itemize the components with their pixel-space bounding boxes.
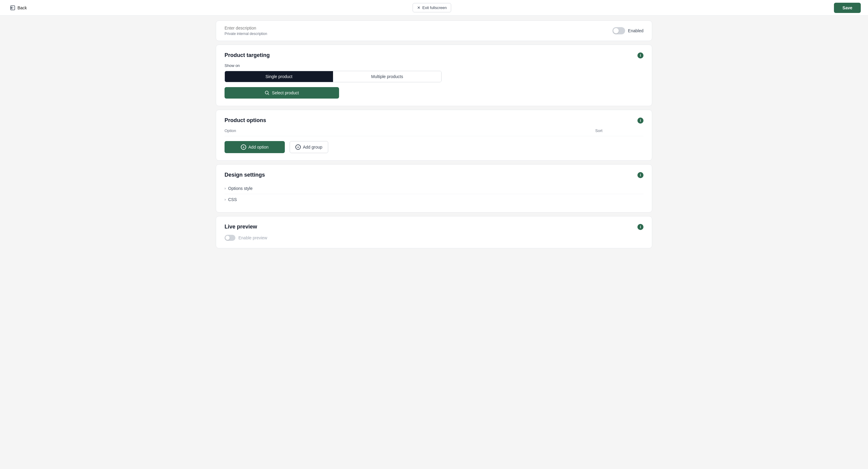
add-option-icon: + [241,145,246,150]
enabled-toggle[interactable] [613,27,625,34]
single-product-option[interactable]: Single product [225,71,333,82]
live-preview-info-icon[interactable]: i [638,224,644,230]
live-preview-card: Live preview i Enable preview [216,216,652,248]
product-toggle-group: Single product Multiple products [224,71,441,82]
options-style-item[interactable]: › Options style [224,183,644,194]
select-product-button[interactable]: Select product [224,87,339,99]
product-options-info-icon[interactable]: i [638,118,644,124]
product-options-card: Product options i Option Sort + Add opti… [216,110,652,161]
live-preview-title: Live preview i [224,224,644,230]
enable-preview-label: Enable preview [239,236,267,240]
description-card: Private internal description Enabled [216,21,652,41]
options-style-chevron: › [224,186,226,190]
description-input[interactable] [224,26,441,30]
add-group-label: Add group [303,145,322,150]
back-button[interactable]: Back [7,4,30,12]
show-on-label: Show on [224,63,644,68]
options-actions: + Add option + Add group [224,141,644,153]
multiple-products-option[interactable]: Multiple products [333,71,441,82]
enabled-toggle-container: Enabled [613,27,644,34]
design-settings-card: Design settings i › Options style › CSS [216,164,652,213]
product-targeting-info-icon[interactable]: i [638,53,644,59]
css-item[interactable]: › CSS [224,194,644,205]
product-options-title: Product options i [224,117,644,124]
save-button[interactable]: Save [834,3,861,13]
product-targeting-card: Product targeting i Show on Single produ… [216,44,652,106]
css-label: CSS [228,197,237,202]
css-chevron: › [224,197,226,201]
options-style-label: Options style [228,186,253,191]
design-settings-info-icon[interactable]: i [638,172,644,178]
back-icon [10,5,15,10]
design-settings-title: Design settings i [224,172,644,178]
exit-fullscreen-label: Exit fullscreen [422,5,447,10]
add-group-button[interactable]: + Add group [290,141,328,153]
add-option-button[interactable]: + Add option [224,141,285,153]
enabled-label: Enabled [628,28,644,33]
description-helper: Private internal description [224,32,441,36]
top-bar: Back ✕ Exit fullscreen Save [0,0,868,16]
back-label: Back [18,5,27,10]
close-icon: ✕ [417,5,421,10]
live-preview-toggle-row: Enable preview [224,235,644,241]
search-icon [265,90,270,95]
options-table-header: Option Sort [224,128,644,136]
add-group-icon: + [296,145,301,150]
add-option-label: Add option [248,145,269,150]
select-product-label: Select product [272,90,299,95]
product-targeting-title: Product targeting i [224,52,644,59]
enable-preview-toggle[interactable] [224,235,236,241]
main-content: Private internal description Enabled Pro… [211,16,657,253]
column-option-header: Option [224,128,590,133]
svg-line-3 [268,94,269,95]
column-sort-header: Sort [595,128,644,133]
exit-fullscreen-button[interactable]: ✕ Exit fullscreen [412,3,451,12]
